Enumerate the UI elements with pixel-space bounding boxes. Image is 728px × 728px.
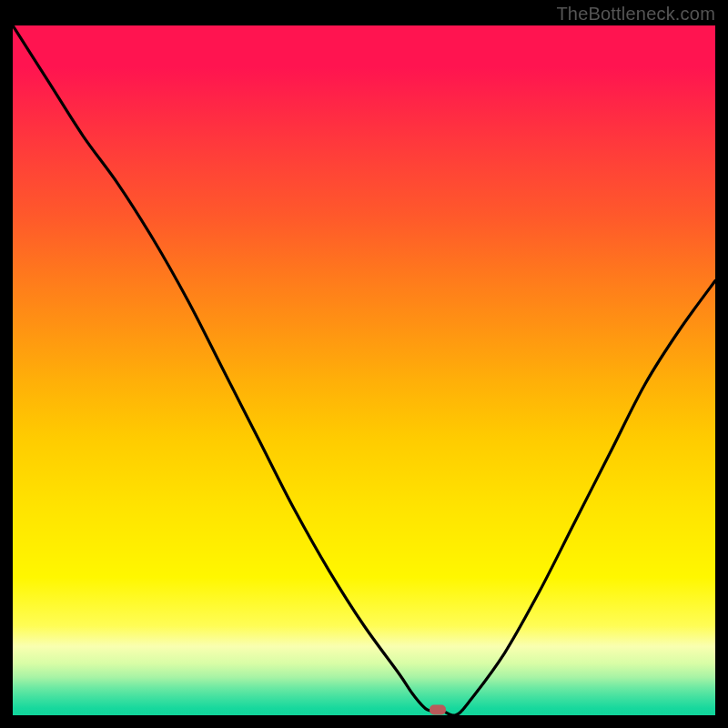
optimal-marker	[430, 704, 446, 714]
bottleneck-curve	[13, 25, 715, 715]
curve-path	[13, 25, 715, 715]
chart-frame: TheBottleneck.com	[0, 0, 728, 728]
plot-area	[13, 25, 715, 715]
watermark-text: TheBottleneck.com	[556, 4, 715, 25]
